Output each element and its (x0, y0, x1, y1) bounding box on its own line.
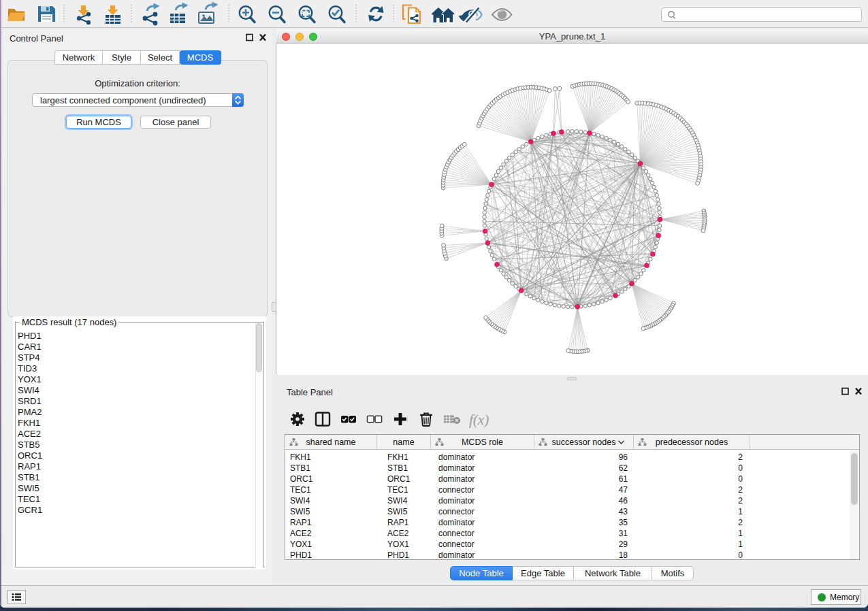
svg-text:f(x): f(x) (469, 412, 489, 428)
